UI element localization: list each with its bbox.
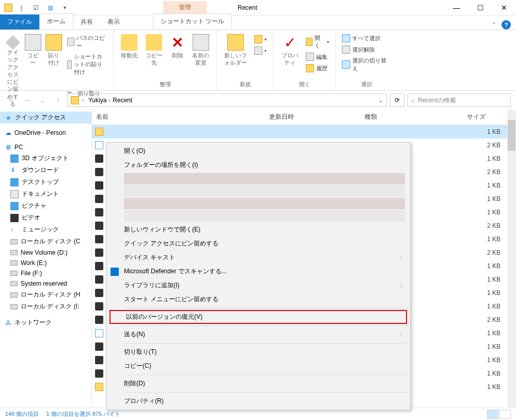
sidebar-item[interactable]: ローカル ディスク (H (0, 289, 91, 301)
sidebar-item[interactable]: Work (E:) (0, 258, 91, 268)
copy-to-button[interactable]: コピー先 (143, 32, 165, 69)
address-dropdown[interactable]: ⌄ (378, 97, 383, 104)
menu-start-pin[interactable]: スタート メニューにピン留めする (107, 292, 409, 306)
qat-dropdown[interactable]: ▾ (59, 2, 70, 13)
menu-device-cast[interactable]: デバイス キャスト〉 (107, 251, 409, 265)
file-icon (95, 356, 103, 364)
sidebar-pc[interactable]: 🖥PC (0, 142, 91, 152)
ribbon-collapse-icon[interactable]: ⌃ (491, 21, 496, 28)
column-size[interactable]: サイズ (438, 110, 490, 125)
sidebar-item[interactable]: 3D オブジェクト (0, 152, 91, 164)
sidebar-item[interactable]: デスクトップ (0, 176, 91, 188)
view-large-icons-button[interactable] (499, 410, 511, 419)
easy-access-button[interactable]: ▾ (252, 45, 269, 56)
column-date[interactable]: 更新日時 (265, 110, 361, 125)
view-details-button[interactable] (487, 410, 498, 419)
back-button[interactable]: ← (5, 94, 18, 106)
sidebar-item[interactable]: ドキュメント (0, 188, 91, 200)
sidebar-item[interactable]: ローカル ディスク (I: (0, 301, 91, 313)
delete-button[interactable]: ✕ 削除 (167, 32, 187, 61)
tab-share[interactable]: 共有 (73, 14, 100, 29)
sidebar-item[interactable]: ♪ミュージック (0, 224, 91, 236)
menu-restore-version[interactable]: 以前のバージョンの復元(V) (110, 310, 407, 324)
history-button[interactable]: 履歴 (304, 63, 331, 73)
menu-open-location[interactable]: フォルダーの場所を開く(I) (107, 158, 409, 172)
close-button[interactable]: ✕ (492, 0, 516, 15)
menu-defender[interactable]: Microsoft Defender でスキャンする... (107, 265, 409, 278)
search-box[interactable]: ⌕ Recentの検索 (408, 94, 511, 107)
sidebar-quick-access[interactable]: ★クイック アクセス (0, 112, 91, 123)
recent-locations-button[interactable]: ⌄ (36, 94, 49, 106)
chevron-right-icon[interactable]: › (82, 97, 84, 104)
rename-button[interactable]: 名前の変更 (190, 32, 212, 69)
breadcrumb-segment[interactable]: Recent (112, 97, 133, 104)
menu-delete[interactable]: 削除(D) (107, 377, 409, 391)
menu-cut[interactable]: 切り取り(T) (107, 345, 409, 359)
network-icon: 🖧 (5, 319, 11, 326)
sidebar-item[interactable]: ⬇ダウンロード (0, 164, 91, 176)
menu-open[interactable]: 開く(O) (107, 144, 409, 158)
forward-button[interactable]: → (21, 94, 33, 106)
sidebar-item[interactable]: File (F:) (0, 268, 91, 278)
copy-path-button[interactable]: パスのコピー (65, 33, 109, 51)
tab-file[interactable]: ファイル (0, 14, 39, 29)
open-button[interactable]: 開く▾ (304, 33, 331, 51)
downloads-icon: ⬇ (10, 166, 19, 175)
properties-button[interactable]: ✓ プロパティ (278, 32, 302, 69)
sidebar-item[interactable]: ビデオ (0, 212, 91, 224)
scroll-thumb[interactable] (508, 120, 515, 151)
drive-icon (10, 304, 18, 309)
folder-icon (71, 96, 79, 104)
menu-properties[interactable]: プロパティ(R) (107, 394, 409, 408)
drive-icon (10, 292, 18, 298)
menu-pin-quick[interactable]: クイック アクセスにピン留めする (107, 237, 409, 251)
qat-properties-icon[interactable]: ▦ (44, 2, 56, 13)
move-to-button[interactable]: 移動先 (118, 32, 140, 61)
address-bar[interactable]: › Yukiya › Recent ⌄ (67, 94, 387, 107)
sidebar-item[interactable]: ローカル ディスク (C (0, 236, 91, 247)
invert-selection-button[interactable]: 選択の切り替え (340, 56, 394, 73)
maximize-button[interactable]: ☐ (468, 0, 492, 15)
menu-library[interactable]: ライブラリに追加(I)〉 (107, 278, 409, 292)
qat-check-icon[interactable]: ☑ (30, 2, 41, 13)
ribbon-tabs: ファイル ホーム 共有 表示 ショートカット ツール ⌃ ? (0, 15, 516, 30)
paste-button[interactable]: 貼り付け (44, 32, 63, 69)
sidebar-network[interactable]: 🖧ネットワーク (0, 317, 91, 329)
tab-shortcut-tools[interactable]: ショートカット ツール (153, 13, 232, 29)
refresh-button[interactable]: ⟳ (390, 94, 404, 107)
new-folder-button[interactable]: 新しいフォルダー (221, 32, 250, 69)
tab-home[interactable]: ホーム (39, 13, 73, 29)
videos-icon (10, 214, 19, 222)
menu-new-window[interactable]: 新しいウィンドウで開く(E) (107, 223, 409, 237)
sidebar-item[interactable]: ピクチャ (0, 200, 91, 212)
ribbon: クイック アクセスにピン留めする コピー 貼り付け パスのコピー ショートカット… (0, 30, 516, 91)
sidebar-item[interactable]: System reserved (0, 278, 91, 289)
breadcrumb-segment[interactable]: Yukiya (87, 97, 107, 104)
column-name[interactable]: 名前 (92, 110, 265, 125)
menu-send-to[interactable]: 送る(N)〉 (107, 328, 409, 341)
select-all-button[interactable]: すべて選択 (340, 33, 394, 43)
up-button[interactable]: ↑ (52, 94, 64, 106)
cloud-icon: ☁ (5, 129, 11, 136)
edit-button[interactable]: 編集 (304, 52, 331, 62)
drive-icon (10, 271, 18, 276)
new-item-button[interactable]: ▾ (252, 34, 269, 44)
file-icon (95, 128, 103, 136)
menu-copy[interactable]: コピー(C) (107, 359, 409, 373)
chevron-right-icon: 〉 (400, 254, 405, 261)
paste-shortcut-button[interactable]: ショートカットの貼り付け (65, 52, 109, 77)
help-icon[interactable]: ? (502, 20, 511, 29)
tab-view[interactable]: 表示 (100, 14, 127, 29)
history-icon (306, 64, 314, 72)
file-icon (95, 289, 103, 297)
column-type[interactable]: 種類 (361, 110, 438, 125)
menu-redacted (124, 185, 405, 197)
select-none-button[interactable]: 選択解除 (340, 44, 394, 55)
copy-button[interactable]: コピー (24, 32, 42, 69)
vertical-scrollbar[interactable] (507, 110, 516, 408)
minimize-button[interactable]: — (445, 0, 468, 15)
sidebar-onedrive[interactable]: ☁OneDrive - Person (0, 128, 91, 138)
chevron-right-icon[interactable]: › (108, 97, 111, 104)
sidebar-item[interactable]: New Volume (D:) (0, 247, 91, 258)
file-row[interactable]: 1 KB (92, 125, 516, 138)
